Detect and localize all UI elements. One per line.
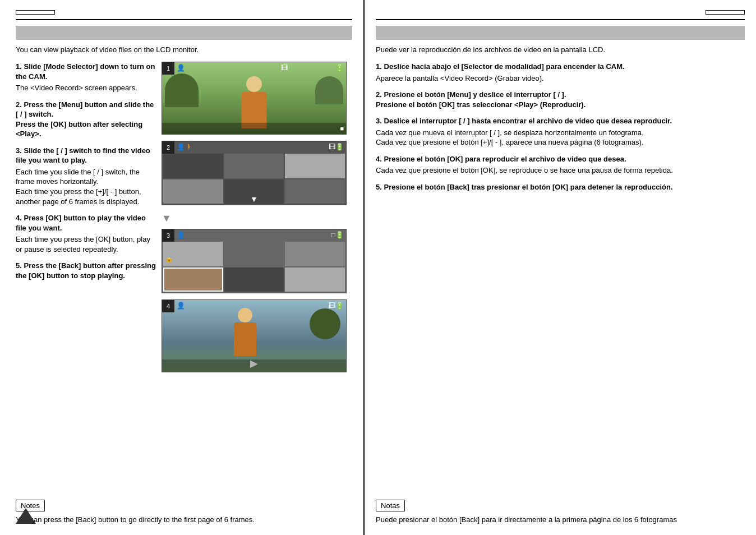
panel-1-timer: ■: [340, 125, 344, 132]
left-step1-desc: The <Video Record> screen appears.: [16, 83, 156, 93]
p4-spacer: [185, 302, 329, 310]
left-notes-text: You can press the [Back] button to go di…: [16, 515, 352, 525]
panel-3-icons: 👤 □ 🔋: [177, 231, 344, 239]
p4-person-icon: 👤: [177, 302, 185, 310]
tree-2: [315, 76, 343, 104]
p3-thumb-3: [285, 242, 345, 266]
left-notes-section: Notes You can press the [Back] button to…: [16, 500, 352, 525]
right-step-2: 2. Presione el botón [Menu] y deslice el…: [376, 90, 739, 109]
p3-film-icon: □: [331, 231, 335, 239]
right-step-5: 5. Presione el botón [Back] tras presion…: [376, 182, 739, 192]
camera-panel-4: 4 👤 🎞 🔋: [162, 299, 347, 372]
p3-thumb-4: [163, 268, 223, 292]
right-step-1: 1. Deslice hacia abajo el [Selector de m…: [376, 62, 739, 83]
panel-1-badge: 1: [162, 62, 174, 75]
p3-lock-icon: 🔒: [165, 255, 173, 262]
thumb-3: [285, 154, 345, 178]
p4-status-bar: [162, 359, 346, 372]
right-step3-num: 3.: [376, 117, 382, 125]
right-section-banner: [376, 26, 745, 40]
scene4-tree: [310, 308, 340, 339]
right-step3-title: Deslice el interruptor [ / ] hasta encon…: [384, 117, 672, 125]
p2-scroll-arrow: ▼: [250, 195, 258, 204]
p3-battery-icon: 🔋: [335, 231, 344, 239]
camera-panel-3: 3 👤 □ 🔋: [162, 229, 347, 293]
left-step3-title: Slide the [ / ] switch to find the video…: [16, 146, 150, 165]
scroll-down-indicator: ▼: [162, 213, 172, 224]
camera-panel-2: 2 👤 🚶 🎞 🔋: [162, 141, 347, 205]
right-step-4: 4. Presione el botón [OK] para reproduci…: [376, 154, 739, 176]
panel-1-status-bar: ■: [162, 123, 346, 134]
p4-battery-icon: 🔋: [335, 302, 344, 310]
left-step5-num: 5.: [16, 261, 22, 270]
thumb-2: [224, 154, 284, 178]
left-header-box: [16, 10, 55, 15]
left-intro: You can view playback of video files on …: [16, 45, 352, 54]
left-step3-num: 3.: [16, 146, 22, 155]
right-header-box: [706, 10, 745, 15]
camera-panel-1-frame: 1 👤 🎞 🔋: [162, 62, 347, 135]
left-step-3: 3. Slide the [ / ] switch to find the vi…: [16, 146, 156, 206]
bottom-page-arrow: [16, 508, 36, 524]
cam-person-icon: 👤: [177, 64, 185, 72]
right-intro: Puede ver la reproducción de los archivo…: [376, 45, 745, 54]
right-notes-label: Notas: [376, 500, 405, 511]
left-step2-num: 2.: [16, 100, 22, 109]
left-step4-desc: Each time you press the [OK] button, pla…: [16, 234, 156, 254]
right-notes-text: Puede presionar el botón [Back] para ir …: [376, 515, 745, 525]
left-content: 1. Slide [Mode Selector] down to turn on…: [16, 62, 352, 491]
right-section-title: [382, 29, 385, 37]
scene4-child-head: [238, 308, 252, 322]
left-step-4: 4. Press [OK] button to play the video f…: [16, 213, 156, 254]
right-step1-num: 1.: [376, 62, 382, 71]
left-step1-title: Slide [Mode Selector] down to turn on th…: [16, 62, 155, 81]
p2-spacer: [193, 143, 329, 151]
left-step3-desc: Each time you slide the [ / ] switch, th…: [16, 167, 156, 206]
p3-thumb-5: [224, 268, 284, 292]
right-step2-num: 2.: [376, 90, 382, 99]
cam-battery-icon: 🔋: [335, 64, 344, 72]
cam-film-icon: 🎞: [281, 64, 288, 72]
right-step5-title: Presione el botón [Back] tras presionar …: [384, 183, 673, 191]
left-step1-num: 1.: [16, 62, 22, 71]
p3-person-icon: 👤: [177, 231, 185, 239]
left-section-banner: [16, 26, 352, 40]
p2-walk-icon: 🚶: [185, 143, 193, 151]
camera-panel-2-frame: 2 👤 🚶 🎞 🔋: [162, 141, 347, 205]
p3-thumb-2: [224, 242, 284, 266]
left-step-1: 1. Slide [Mode Selector] down to turn on…: [16, 62, 156, 93]
panel-4-icons: 👤 🎞 🔋: [177, 302, 344, 310]
child-head: [246, 76, 262, 92]
page: You can view playback of video files on …: [0, 0, 756, 535]
right-step4-num: 4.: [376, 155, 382, 163]
p2-battery-icon: 🔋: [335, 143, 344, 151]
left-step5-title: Press the [Back] button after pressing t…: [16, 261, 156, 280]
p3-spacer: [185, 231, 331, 239]
left-step4-title: Press [OK] button to play the video file…: [16, 214, 146, 232]
thumb-4: [163, 179, 223, 204]
left-step2-title: Press the [Menu] button and slide the [ …: [16, 100, 154, 139]
right-step1-title: Deslice hacia abajo el [Selector de moda…: [384, 62, 625, 71]
panel-1-icons: 👤 🎞 🔋: [177, 64, 344, 72]
right-step2-title: Presione el botón [Menu] y deslice el in…: [376, 90, 586, 109]
right-column: Puede ver la reproducción de los archivo…: [365, 0, 756, 535]
panel-3-thumbgrid: [163, 242, 345, 292]
p2-film-icon: 🎞: [329, 143, 335, 151]
left-divider: [16, 19, 352, 20]
panel-2-icons: 👤 🚶 🎞 🔋: [177, 143, 344, 151]
p4-film-icon: 🎞: [329, 302, 335, 310]
right-divider: [376, 19, 745, 20]
center-images: 1 👤 🎞 🔋: [162, 62, 352, 491]
right-step-3: 3. Deslice el interruptor [ / ] hasta en…: [376, 116, 739, 147]
scene4-child-body: [234, 322, 256, 356]
camera-panel-4-frame: 4 👤 🎞 🔋: [162, 299, 347, 372]
right-step5-num: 5.: [376, 183, 382, 191]
left-step-5: 5. Press the [Back] button after pressin…: [16, 261, 156, 280]
right-step4-title: Presione el botón [OK] para reproducir e…: [384, 155, 626, 163]
p3-thumb-6: [285, 268, 345, 292]
panel-3-badge: 3: [162, 229, 174, 242]
left-step4-num: 4.: [16, 214, 22, 222]
right-step4-desc: Cada vez que presione el botón [OK], se …: [376, 165, 739, 176]
p2-person-icon: 👤: [177, 143, 185, 151]
right-step1-desc: Aparece la pantalla <Video Record> (Grab…: [376, 73, 739, 84]
